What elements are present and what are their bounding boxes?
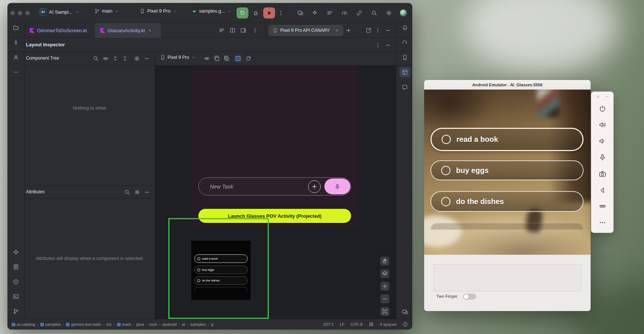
tree-visibility-button[interactable]: [103, 56, 109, 61]
breadcrumb-item[interactable]: g: [211, 322, 214, 327]
project-tool-button[interactable]: [13, 25, 19, 31]
export-snapshot-button[interactable]: [224, 56, 229, 61]
split-view-button[interactable]: [229, 27, 235, 33]
add-device-button[interactable]: [346, 27, 351, 33]
breadcrumb-item[interactable]: main: [117, 322, 131, 327]
editor-tab-glimmertodoscreen[interactable]: GlimmerToDoScreen.kt: [24, 23, 95, 38]
voice-input-button[interactable]: [324, 178, 350, 194]
gemini-button[interactable]: [312, 10, 318, 16]
preview-device-selector[interactable]: Pixel 9 Pro: [160, 55, 196, 60]
todo-item[interactable]: do the dishes: [194, 276, 248, 285]
run-configuration-selector[interactable]: samples.g...: [192, 8, 232, 14]
user-avatar[interactable]: [400, 9, 407, 17]
indent-setting[interactable]: 4 spaces: [380, 322, 397, 327]
breadcrumb-item[interactable]: android: [162, 322, 176, 327]
breadcrumb-item[interactable]: gemini-live-todo: [66, 322, 101, 327]
breadcrumb-item[interactable]: ai: [182, 322, 185, 327]
minimize-window-button[interactable]: [18, 11, 22, 15]
zoom-out-button[interactable]: [380, 294, 389, 303]
search-everywhere-button[interactable]: [371, 10, 377, 16]
volume-down-button[interactable]: [599, 137, 606, 145]
branch-selector[interactable]: main: [95, 8, 119, 14]
tree-settings-button[interactable]: [134, 56, 140, 61]
glasses-todo-item-focused[interactable]: read a book: [430, 128, 584, 151]
code-view-button[interactable]: [219, 27, 225, 33]
more-controls-button[interactable]: [599, 219, 606, 226]
tree-expand-button[interactable]: [112, 56, 118, 61]
problems-tool-button[interactable]: [13, 279, 19, 285]
gemini-tool-button[interactable]: [13, 249, 19, 255]
glasses-todo-item[interactable]: do the dishes: [430, 191, 584, 212]
running-devices-minimize-button[interactable]: [385, 27, 391, 33]
editor-tab-glassesactivity[interactable]: GlassesActivity.kt: [95, 23, 161, 38]
breadcrumb-item[interactable]: samples: [190, 322, 206, 327]
attributes-settings-button[interactable]: [134, 189, 140, 195]
zoom-in-button[interactable]: [380, 282, 389, 291]
snapshot-button[interactable]: [214, 56, 220, 61]
emulator-camera-view[interactable]: read a book buy eggs do the dishes: [424, 90, 591, 255]
close-icon[interactable]: [335, 28, 339, 33]
glasses-projection-screen[interactable]: read a book buy eggs do the dishes: [191, 241, 251, 300]
inspector-more-button[interactable]: [375, 42, 381, 48]
run-more-options-button[interactable]: [278, 10, 284, 16]
trackpad-input-area[interactable]: [433, 264, 581, 291]
logcat-tool-button[interactable]: [13, 264, 19, 270]
close-icon[interactable]: [148, 28, 152, 33]
tree-hide-button[interactable]: [144, 56, 150, 61]
terminal-tool-button[interactable]: [13, 294, 19, 300]
pan-button[interactable]: [380, 257, 389, 265]
device-selector[interactable]: Pixel 9 Pro: [140, 8, 177, 14]
inspector-minimize-button[interactable]: [385, 42, 391, 48]
attributes-hide-button[interactable]: [144, 189, 150, 195]
editor-more-options-button[interactable]: [252, 27, 258, 33]
device-screen-render[interactable]: New Task Launch Glasses POV Activity (Pr…: [192, 66, 358, 227]
breadcrumb-item[interactable]: ai-catalog: [12, 322, 35, 327]
settings-button[interactable]: [386, 10, 392, 16]
attributes-search-button[interactable]: [124, 189, 130, 195]
volume-up-button[interactable]: [599, 121, 606, 128]
todo-list-button[interactable]: [327, 10, 333, 16]
power-button[interactable]: [599, 105, 606, 113]
glasses-todo-item[interactable]: buy eggs: [430, 160, 584, 180]
cursor-position[interactable]: 107:1: [323, 322, 334, 327]
version-control-tool-button[interactable]: [13, 308, 19, 314]
profiler-button[interactable]: [341, 10, 347, 16]
component-tree-panel[interactable]: Nothing to show: [24, 66, 155, 186]
emulator-close-button[interactable]: [596, 94, 600, 99]
close-window-button[interactable]: [10, 11, 15, 15]
breadcrumb-item[interactable]: samples: [40, 322, 61, 327]
rerun-button[interactable]: [237, 7, 248, 19]
glasses-button[interactable]: [599, 203, 606, 210]
plugins-button[interactable]: [356, 10, 362, 16]
emulator-minimize-button[interactable]: [605, 94, 610, 99]
breadcrumb-item[interactable]: src: [106, 322, 112, 327]
camera-button[interactable]: [599, 170, 606, 178]
zoom-window-button[interactable]: [25, 11, 30, 15]
project-selector[interactable]: AI AI Sampl...: [39, 8, 79, 16]
app-insights-tool-button[interactable]: [402, 84, 408, 90]
mic-button[interactable]: [599, 154, 606, 161]
todo-item[interactable]: read a book: [194, 254, 248, 263]
breadcrumb-item[interactable]: com: [149, 322, 157, 327]
open-in-new-window-button[interactable]: [366, 27, 371, 33]
line-separator[interactable]: LF: [340, 322, 344, 327]
add-task-button[interactable]: [308, 180, 321, 193]
preview-refresh-button[interactable]: [245, 56, 251, 61]
running-devices-tool-button[interactable]: [402, 309, 408, 315]
indent-icon[interactable]: [369, 322, 374, 327]
live-updates-toggle[interactable]: [234, 55, 242, 62]
todo-item[interactable]: buy eggs: [194, 265, 248, 274]
running-device-tab[interactable]: Pixel 9 Pro API CANARY: [269, 25, 343, 36]
breadcrumb-item[interactable]: java: [136, 322, 144, 327]
preview-visibility-button[interactable]: [204, 56, 210, 61]
layout-inspector-tool-button[interactable]: [402, 69, 408, 75]
zoom-to-fit-button[interactable]: [380, 307, 389, 316]
running-devices-more-button[interactable]: [375, 27, 381, 33]
tree-collapse-button[interactable]: [122, 56, 128, 61]
inspector-preview-area[interactable]: New Task Launch Glasses POV Activity (Pr…: [155, 66, 396, 319]
tree-search-button[interactable]: [93, 56, 99, 61]
device-mirroring-button[interactable]: [297, 10, 303, 16]
inspections-status-icon[interactable]: [403, 322, 408, 327]
pull-requests-tool-button[interactable]: [13, 54, 19, 60]
more-tool-windows-button[interactable]: [13, 69, 19, 75]
